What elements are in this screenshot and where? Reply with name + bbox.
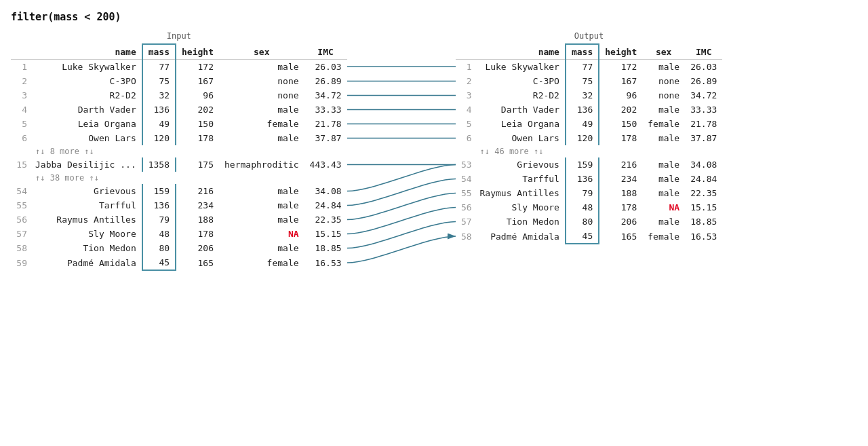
sex-cell: none (219, 74, 304, 88)
sex-cell: female (219, 255, 304, 270)
row-num: 58 (11, 241, 30, 255)
mass-cell: 49 (566, 117, 599, 131)
sex-cell: male (219, 184, 304, 198)
input-imc-header: IMC (304, 44, 347, 60)
name-cell: Darth Vader (475, 103, 566, 117)
sex-cell: male (219, 103, 304, 117)
imc-cell: 37.87 (304, 131, 347, 145)
height-cell: 172 (599, 60, 642, 75)
imc-cell: 34.08 (304, 184, 347, 198)
arrows-area (347, 31, 456, 446)
name-cell: Luke Skywalker (475, 60, 566, 75)
sex-cell: male (642, 103, 685, 117)
row-num: 59 (11, 255, 30, 270)
input-table: name mass height sex IMC 1 Luke Skywalke… (11, 43, 347, 271)
mass-cell: 77 (566, 60, 599, 75)
row-num: 6 (456, 131, 475, 145)
row-num: 3 (11, 88, 30, 103)
sex-cell: hermaphroditic (219, 157, 304, 172)
sex-cell: male (642, 172, 685, 186)
row-num: 58 (456, 229, 475, 244)
name-cell: Raymus Antilles (475, 186, 566, 200)
imc-cell: 26.89 (685, 74, 722, 88)
sex-cell: none (642, 88, 685, 103)
imc-cell: 15.15 (304, 227, 347, 241)
output-imc-header: IMC (685, 44, 722, 60)
sex-cell: male (642, 60, 685, 75)
imc-cell: 16.53 (304, 255, 347, 270)
mass-cell: 159 (566, 157, 599, 172)
height-cell: 178 (599, 200, 642, 215)
row-num: 3 (456, 88, 475, 103)
name-cell: Tion Medon (475, 215, 566, 229)
sex-cell: NA (219, 227, 304, 241)
height-cell: 96 (176, 88, 219, 103)
row-num: 57 (11, 227, 30, 241)
imc-cell: 26.03 (685, 60, 722, 75)
sex-cell: NA (642, 200, 685, 215)
imc-cell: 443.43 (304, 157, 347, 172)
name-cell: Tarfful (475, 172, 566, 186)
row-num: 55 (11, 198, 30, 212)
output-rownum-header (456, 44, 475, 60)
imc-cell: 34.72 (685, 88, 722, 103)
imc-cell: 22.35 (304, 212, 347, 227)
name-cell: Raymus Antilles (30, 212, 142, 227)
name-cell: Owen Lars (30, 131, 142, 145)
name-cell: Darth Vader (30, 103, 142, 117)
row-num: 1 (11, 60, 30, 75)
mass-cell: 79 (566, 186, 599, 200)
input-section: Input name mass height sex IMC 1 Luke Sk… (11, 31, 347, 271)
height-cell: 216 (599, 157, 642, 172)
mass-cell: 79 (142, 212, 176, 227)
mass-cell: 136 (566, 172, 599, 186)
row-num: 5 (11, 117, 30, 131)
height-cell: 150 (176, 117, 219, 131)
height-cell: 188 (599, 186, 642, 200)
height-cell: 188 (176, 212, 219, 227)
mass-cell: 32 (566, 88, 599, 103)
mass-cell: 77 (142, 60, 176, 75)
mass-cell: 48 (566, 200, 599, 215)
height-cell: 175 (176, 157, 219, 172)
mass-cell: 32 (142, 88, 176, 103)
imc-cell: 18.85 (304, 241, 347, 255)
name-cell: Sly Moore (30, 227, 142, 241)
height-cell: 150 (599, 117, 642, 131)
mass-cell: 1358 (142, 157, 176, 172)
imc-cell: 33.33 (304, 103, 347, 117)
arrows-svg (347, 31, 456, 446)
tables-row: Input name mass height sex IMC 1 Luke Sk… (11, 31, 857, 446)
row-num: 4 (456, 103, 475, 117)
mass-cell: 75 (142, 74, 176, 88)
row-num: 55 (456, 186, 475, 200)
sex-cell: male (642, 215, 685, 229)
output-mass-header: mass (566, 44, 599, 60)
height-cell: 202 (599, 103, 642, 117)
imc-cell: 15.15 (685, 200, 722, 215)
height-cell: 172 (176, 60, 219, 75)
mass-cell: 48 (142, 227, 176, 241)
name-cell: Tion Medon (30, 241, 142, 255)
mass-cell: 80 (142, 241, 176, 255)
height-cell: 178 (599, 131, 642, 145)
imc-cell: 34.08 (685, 157, 722, 172)
name-cell: Padmé Amidala (475, 229, 566, 244)
input-rownum-header (11, 44, 30, 60)
sex-cell: male (219, 241, 304, 255)
imc-cell: 37.87 (685, 131, 722, 145)
sex-cell: none (219, 88, 304, 103)
name-cell: R2-D2 (475, 88, 566, 103)
imc-cell: 18.85 (685, 215, 722, 229)
row-num: 4 (11, 103, 30, 117)
height-cell: 178 (176, 131, 219, 145)
name-cell: Leia Organa (475, 117, 566, 131)
imc-cell: 24.84 (685, 172, 722, 186)
mass-cell: 120 (566, 131, 599, 145)
row-num: 2 (11, 74, 30, 88)
output-height-header: height (599, 44, 642, 60)
height-cell: 165 (599, 229, 642, 244)
name-cell: Tarfful (30, 198, 142, 212)
sex-cell: male (219, 60, 304, 75)
name-cell: Owen Lars (475, 131, 566, 145)
